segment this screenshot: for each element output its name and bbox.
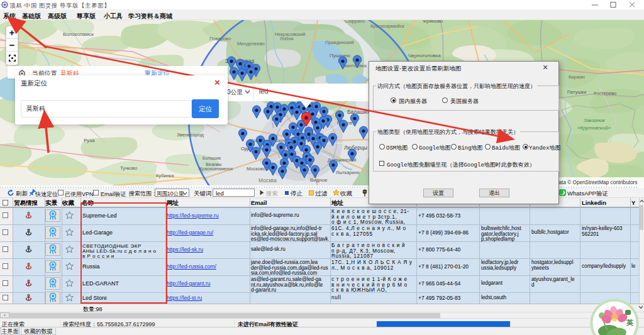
svg-text:英: 英 [626, 319, 634, 326]
